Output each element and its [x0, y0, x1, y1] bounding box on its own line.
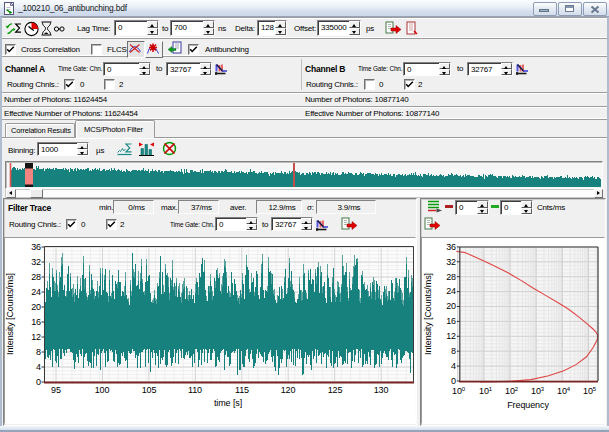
svg-text:95: 95 [51, 385, 61, 395]
svg-text:12: 12 [446, 331, 456, 341]
svg-text:Intensity [Counts/ms]: Intensity [Counts/ms] [5, 273, 15, 355]
svg-text:103: 103 [531, 386, 545, 397]
svg-text:24: 24 [31, 287, 41, 297]
svg-text:time [s]: time [s] [214, 398, 242, 408]
svg-text:101: 101 [479, 386, 493, 397]
svg-text:28: 28 [446, 272, 456, 282]
svg-text:16: 16 [31, 317, 41, 327]
svg-text:4: 4 [451, 361, 456, 371]
svg-text:100: 100 [95, 385, 110, 395]
svg-text:8: 8 [451, 346, 456, 356]
svg-text:0: 0 [451, 376, 456, 386]
svg-text:4: 4 [36, 362, 41, 372]
svg-text:0: 0 [36, 377, 41, 387]
svg-text:104: 104 [557, 386, 571, 397]
svg-text:Frequency: Frequency [507, 400, 549, 410]
svg-text:Intensity [Counts/ms]: Intensity [Counts/ms] [423, 273, 433, 355]
svg-text:20: 20 [31, 302, 41, 312]
svg-text:32: 32 [31, 257, 41, 267]
svg-text:125: 125 [328, 385, 343, 395]
svg-text:36: 36 [446, 242, 456, 252]
svg-text:8: 8 [36, 347, 41, 357]
svg-text:130: 130 [374, 385, 389, 395]
svg-text:120: 120 [281, 385, 296, 395]
svg-text:20: 20 [446, 301, 456, 311]
svg-text:105: 105 [583, 386, 597, 397]
svg-text:100: 100 [452, 386, 466, 397]
svg-text:115: 115 [235, 385, 249, 395]
svg-text:110: 110 [188, 385, 202, 395]
svg-text:36: 36 [31, 242, 41, 252]
svg-text:24: 24 [446, 286, 456, 296]
svg-text:105: 105 [142, 385, 157, 395]
svg-text:16: 16 [446, 316, 456, 326]
svg-text:102: 102 [505, 386, 519, 397]
svg-text:12: 12 [31, 332, 41, 342]
svg-text:32: 32 [446, 257, 456, 267]
svg-text:28: 28 [31, 272, 41, 282]
